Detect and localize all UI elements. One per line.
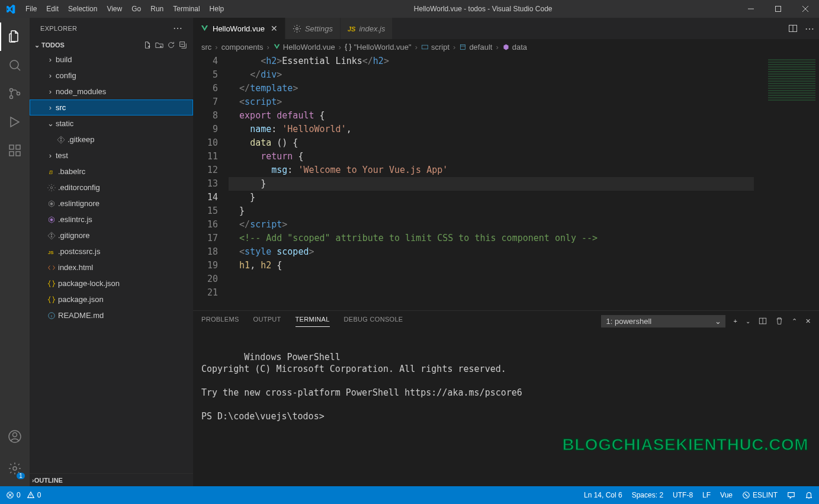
breadcrumb-segment[interactable]: data [502,43,527,52]
file-package-lock-json[interactable]: package-lock.json [30,275,193,291]
tree-item-label: src [54,103,66,112]
file--eslintrc-js[interactable]: .eslintrc.js [30,211,193,227]
sidebar-more-icon[interactable]: ⋯ [173,23,182,34]
json-icon [46,280,57,288]
menu-terminal[interactable]: Terminal [168,0,204,18]
file-index-html[interactable]: index.html [30,259,193,275]
new-folder-icon[interactable] [155,41,167,49]
file-tree[interactable]: ›build›config›node_modules›src⌄static.gi… [30,52,193,473]
file--editorconfig[interactable]: .editorconfig [30,179,193,195]
breadcrumbs[interactable]: src›components›HelloWorld.vue›{ }"HelloW… [193,39,819,54]
split-editor-icon[interactable] [788,24,798,33]
close-button[interactable] [792,0,819,18]
panel-tab-problems[interactable]: PROBLEMS [201,316,239,326]
vue-icon [200,24,209,33]
file--eslintignore[interactable]: .eslintignore [30,195,193,211]
extensions-activity-icon[interactable] [0,136,30,165]
folder-static[interactable]: ⌄static [30,115,193,131]
breadcrumb-label: script [431,43,449,52]
file--babelrc[interactable]: B.babelrc [30,163,193,179]
accounts-activity-icon[interactable] [0,422,30,451]
js-icon: JS [348,24,355,33]
new-terminal-icon[interactable]: + [734,317,737,325]
split-terminal-icon[interactable] [759,317,767,325]
eol-status[interactable]: LF [702,491,711,499]
close-tab-icon[interactable]: ✕ [271,24,278,33]
breadcrumb-segment[interactable]: { }"HelloWorld.vue" [345,43,412,52]
minimap[interactable] [754,54,819,310]
notifications-icon[interactable] [805,491,813,499]
code-content[interactable]: <h2>Essential Links</h2> </div> </templa… [229,54,754,310]
tab-index-js[interactable]: JSindex.js [341,18,393,39]
breadcrumb-separator: › [494,43,499,52]
explorer-activity-icon[interactable] [0,23,30,51]
svg-point-10 [13,433,17,437]
menu-file[interactable]: File [21,0,41,18]
git-icon [46,232,57,240]
maximize-button[interactable] [765,0,792,18]
breadcrumb-label: components [221,43,264,52]
folder-build[interactable]: ›build [30,52,193,68]
feedback-icon[interactable] [787,491,795,499]
file-README-md[interactable]: README.md [30,307,193,323]
folder-section-header[interactable]: ⌄ TODOS [30,38,193,52]
breadcrumb-segment[interactable]: HelloWorld.vue [273,43,335,52]
file--gitkeep[interactable]: .gitkeep [30,131,193,147]
encoding-status[interactable]: UTF-8 [673,491,693,499]
code-editor[interactable]: 456789101112131415161718192021 <h2>Essen… [193,54,819,310]
kill-terminal-icon[interactable] [775,317,783,325]
refresh-icon[interactable] [167,41,179,49]
maximize-panel-icon[interactable]: ⌃ [792,317,797,325]
menu-edit[interactable]: Edit [41,0,63,18]
activity-bar: 1 [0,18,30,486]
menu-view[interactable]: View [102,0,127,18]
window-controls [737,0,819,18]
folder-test[interactable]: ›test [30,147,193,163]
problems-status[interactable]: 0 0 [6,491,41,499]
svg-point-16 [50,187,53,189]
folder-config[interactable]: ›config [30,68,193,84]
source-control-activity-icon[interactable] [0,79,30,108]
settings-badge: 1 [17,473,25,479]
tree-item-label: .editorconfig [57,183,100,192]
menu-go[interactable]: Go [127,0,146,18]
outline-title: OUTLINE [34,477,63,484]
minimize-button[interactable] [737,0,765,18]
panel-tab-output[interactable]: OUTPUT [253,316,281,326]
terminal-body[interactable]: Windows PowerShell Copyright (C) Microso… [193,331,819,486]
cursor-position[interactable]: Ln 14, Col 6 [584,491,622,499]
eslint-status[interactable]: ESLINT [742,491,778,499]
html-icon [46,264,57,272]
tab-settings[interactable]: Settings [285,18,341,39]
breadcrumb-segment[interactable]: script [421,43,449,52]
file-package-json[interactable]: package.json [30,291,193,307]
folder-node_modules[interactable]: ›node_modules [30,84,193,99]
breadcrumb-segment[interactable]: src [201,43,211,52]
svg-point-14 [60,140,62,141]
panel-tab-debug-console[interactable]: DEBUG CONSOLE [344,316,403,326]
indentation-status[interactable]: Spaces: 2 [632,491,663,499]
tab-helloworld-vue[interactable]: HelloWorld.vue✕ [193,18,285,39]
language-status[interactable]: Vue [720,491,733,499]
breadcrumb-label: "HelloWorld.vue" [354,43,411,52]
settings-activity-icon[interactable]: 1 [0,454,30,483]
terminal-selector[interactable]: 1: powershell ⌄ [601,315,725,328]
breadcrumb-segment[interactable]: default [459,43,492,52]
file--gitignore[interactable]: .gitignore [30,227,193,243]
close-panel-icon[interactable]: ✕ [805,317,811,325]
collapse-all-icon[interactable] [179,41,191,49]
menu-help[interactable]: Help [205,0,229,18]
dropdown-icon[interactable]: ⌄ [746,318,750,325]
outline-section-header[interactable]: › OUTLINE [30,473,193,486]
search-activity-icon[interactable] [0,51,30,79]
menu-selection[interactable]: Selection [63,0,102,18]
panel-tab-terminal[interactable]: TERMINAL [296,316,330,327]
run-debug-activity-icon[interactable] [0,108,30,136]
more-actions-icon[interactable]: ⋯ [805,23,814,34]
file--postcssrc-js[interactable]: JS.postcssrc.js [30,243,193,259]
folder-src[interactable]: ›src [30,99,193,115]
chevron-icon: › [46,87,54,96]
new-file-icon[interactable] [143,41,155,49]
menu-run[interactable]: Run [146,0,168,18]
breadcrumb-segment[interactable]: components [221,43,264,52]
